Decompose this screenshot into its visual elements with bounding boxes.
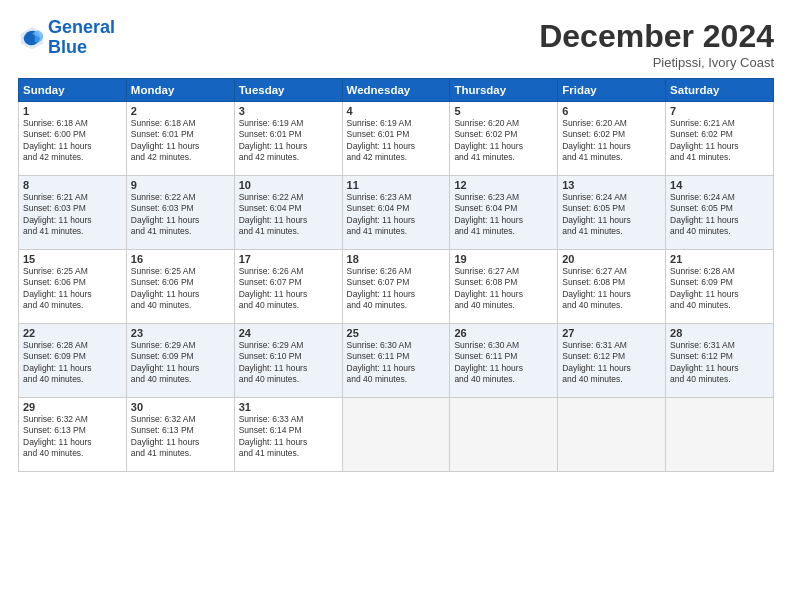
day-cell-10: 10Sunrise: 6:22 AM Sunset: 6:04 PM Dayli… xyxy=(234,176,342,250)
day-cell-27: 27Sunrise: 6:31 AM Sunset: 6:12 PM Dayli… xyxy=(558,324,666,398)
day-info: Sunrise: 6:21 AM Sunset: 6:03 PM Dayligh… xyxy=(23,192,122,238)
day-cell-28: 28Sunrise: 6:31 AM Sunset: 6:12 PM Dayli… xyxy=(666,324,774,398)
day-cell-24: 24Sunrise: 6:29 AM Sunset: 6:10 PM Dayli… xyxy=(234,324,342,398)
day-info: Sunrise: 6:29 AM Sunset: 6:09 PM Dayligh… xyxy=(131,340,230,386)
empty-cell xyxy=(558,398,666,472)
day-number: 4 xyxy=(347,105,446,117)
day-info: Sunrise: 6:18 AM Sunset: 6:01 PM Dayligh… xyxy=(131,118,230,164)
day-cell-1: 1Sunrise: 6:18 AM Sunset: 6:00 PM Daylig… xyxy=(19,102,127,176)
day-number: 26 xyxy=(454,327,553,339)
day-info: Sunrise: 6:25 AM Sunset: 6:06 PM Dayligh… xyxy=(131,266,230,312)
day-cell-11: 11Sunrise: 6:23 AM Sunset: 6:04 PM Dayli… xyxy=(342,176,450,250)
week-row-2: 8Sunrise: 6:21 AM Sunset: 6:03 PM Daylig… xyxy=(19,176,774,250)
col-header-saturday: Saturday xyxy=(666,79,774,102)
logo-icon xyxy=(18,24,46,52)
day-info: Sunrise: 6:20 AM Sunset: 6:02 PM Dayligh… xyxy=(562,118,661,164)
day-cell-9: 9Sunrise: 6:22 AM Sunset: 6:03 PM Daylig… xyxy=(126,176,234,250)
day-cell-6: 6Sunrise: 6:20 AM Sunset: 6:02 PM Daylig… xyxy=(558,102,666,176)
col-header-wednesday: Wednesday xyxy=(342,79,450,102)
day-cell-16: 16Sunrise: 6:25 AM Sunset: 6:06 PM Dayli… xyxy=(126,250,234,324)
day-cell-18: 18Sunrise: 6:26 AM Sunset: 6:07 PM Dayli… xyxy=(342,250,450,324)
day-info: Sunrise: 6:18 AM Sunset: 6:00 PM Dayligh… xyxy=(23,118,122,164)
title-block: December 2024 Pietipssi, Ivory Coast xyxy=(539,18,774,70)
day-cell-20: 20Sunrise: 6:27 AM Sunset: 6:08 PM Dayli… xyxy=(558,250,666,324)
day-info: Sunrise: 6:29 AM Sunset: 6:10 PM Dayligh… xyxy=(239,340,338,386)
page: General Blue December 2024 Pietipssi, Iv… xyxy=(0,0,792,612)
day-cell-21: 21Sunrise: 6:28 AM Sunset: 6:09 PM Dayli… xyxy=(666,250,774,324)
day-cell-31: 31Sunrise: 6:33 AM Sunset: 6:14 PM Dayli… xyxy=(234,398,342,472)
day-number: 11 xyxy=(347,179,446,191)
day-cell-29: 29Sunrise: 6:32 AM Sunset: 6:13 PM Dayli… xyxy=(19,398,127,472)
day-info: Sunrise: 6:22 AM Sunset: 6:03 PM Dayligh… xyxy=(131,192,230,238)
day-info: Sunrise: 6:22 AM Sunset: 6:04 PM Dayligh… xyxy=(239,192,338,238)
col-header-monday: Monday xyxy=(126,79,234,102)
day-number: 19 xyxy=(454,253,553,265)
day-info: Sunrise: 6:19 AM Sunset: 6:01 PM Dayligh… xyxy=(239,118,338,164)
day-cell-2: 2Sunrise: 6:18 AM Sunset: 6:01 PM Daylig… xyxy=(126,102,234,176)
day-number: 2 xyxy=(131,105,230,117)
col-header-sunday: Sunday xyxy=(19,79,127,102)
day-cell-7: 7Sunrise: 6:21 AM Sunset: 6:02 PM Daylig… xyxy=(666,102,774,176)
day-info: Sunrise: 6:24 AM Sunset: 6:05 PM Dayligh… xyxy=(670,192,769,238)
day-info: Sunrise: 6:23 AM Sunset: 6:04 PM Dayligh… xyxy=(347,192,446,238)
logo: General Blue xyxy=(18,18,115,58)
day-cell-12: 12Sunrise: 6:23 AM Sunset: 6:04 PM Dayli… xyxy=(450,176,558,250)
day-number: 15 xyxy=(23,253,122,265)
day-info: Sunrise: 6:24 AM Sunset: 6:05 PM Dayligh… xyxy=(562,192,661,238)
day-number: 17 xyxy=(239,253,338,265)
day-info: Sunrise: 6:28 AM Sunset: 6:09 PM Dayligh… xyxy=(23,340,122,386)
day-info: Sunrise: 6:25 AM Sunset: 6:06 PM Dayligh… xyxy=(23,266,122,312)
header-row: SundayMondayTuesdayWednesdayThursdayFrid… xyxy=(19,79,774,102)
day-number: 1 xyxy=(23,105,122,117)
logo-brand: General Blue xyxy=(48,18,115,58)
day-number: 21 xyxy=(670,253,769,265)
empty-cell xyxy=(342,398,450,472)
day-number: 9 xyxy=(131,179,230,191)
location: Pietipssi, Ivory Coast xyxy=(539,55,774,70)
header: General Blue December 2024 Pietipssi, Iv… xyxy=(18,18,774,70)
empty-cell xyxy=(666,398,774,472)
col-header-tuesday: Tuesday xyxy=(234,79,342,102)
day-number: 25 xyxy=(347,327,446,339)
day-number: 3 xyxy=(239,105,338,117)
day-number: 7 xyxy=(670,105,769,117)
day-number: 31 xyxy=(239,401,338,413)
day-number: 24 xyxy=(239,327,338,339)
col-header-thursday: Thursday xyxy=(450,79,558,102)
day-cell-19: 19Sunrise: 6:27 AM Sunset: 6:08 PM Dayli… xyxy=(450,250,558,324)
day-number: 18 xyxy=(347,253,446,265)
week-row-4: 22Sunrise: 6:28 AM Sunset: 6:09 PM Dayli… xyxy=(19,324,774,398)
day-info: Sunrise: 6:26 AM Sunset: 6:07 PM Dayligh… xyxy=(347,266,446,312)
day-info: Sunrise: 6:31 AM Sunset: 6:12 PM Dayligh… xyxy=(562,340,661,386)
day-cell-22: 22Sunrise: 6:28 AM Sunset: 6:09 PM Dayli… xyxy=(19,324,127,398)
month-title: December 2024 xyxy=(539,18,774,55)
day-number: 20 xyxy=(562,253,661,265)
day-number: 13 xyxy=(562,179,661,191)
day-info: Sunrise: 6:23 AM Sunset: 6:04 PM Dayligh… xyxy=(454,192,553,238)
day-info: Sunrise: 6:31 AM Sunset: 6:12 PM Dayligh… xyxy=(670,340,769,386)
day-info: Sunrise: 6:19 AM Sunset: 6:01 PM Dayligh… xyxy=(347,118,446,164)
day-number: 16 xyxy=(131,253,230,265)
day-cell-30: 30Sunrise: 6:32 AM Sunset: 6:13 PM Dayli… xyxy=(126,398,234,472)
day-number: 10 xyxy=(239,179,338,191)
day-number: 22 xyxy=(23,327,122,339)
day-info: Sunrise: 6:27 AM Sunset: 6:08 PM Dayligh… xyxy=(562,266,661,312)
day-number: 27 xyxy=(562,327,661,339)
week-row-1: 1Sunrise: 6:18 AM Sunset: 6:00 PM Daylig… xyxy=(19,102,774,176)
day-info: Sunrise: 6:27 AM Sunset: 6:08 PM Dayligh… xyxy=(454,266,553,312)
day-cell-3: 3Sunrise: 6:19 AM Sunset: 6:01 PM Daylig… xyxy=(234,102,342,176)
col-header-friday: Friday xyxy=(558,79,666,102)
calendar-table: SundayMondayTuesdayWednesdayThursdayFrid… xyxy=(18,78,774,472)
day-cell-13: 13Sunrise: 6:24 AM Sunset: 6:05 PM Dayli… xyxy=(558,176,666,250)
day-cell-23: 23Sunrise: 6:29 AM Sunset: 6:09 PM Dayli… xyxy=(126,324,234,398)
day-info: Sunrise: 6:32 AM Sunset: 6:13 PM Dayligh… xyxy=(131,414,230,460)
day-cell-17: 17Sunrise: 6:26 AM Sunset: 6:07 PM Dayli… xyxy=(234,250,342,324)
week-row-3: 15Sunrise: 6:25 AM Sunset: 6:06 PM Dayli… xyxy=(19,250,774,324)
day-info: Sunrise: 6:26 AM Sunset: 6:07 PM Dayligh… xyxy=(239,266,338,312)
day-info: Sunrise: 6:20 AM Sunset: 6:02 PM Dayligh… xyxy=(454,118,553,164)
day-cell-25: 25Sunrise: 6:30 AM Sunset: 6:11 PM Dayli… xyxy=(342,324,450,398)
day-cell-8: 8Sunrise: 6:21 AM Sunset: 6:03 PM Daylig… xyxy=(19,176,127,250)
day-number: 12 xyxy=(454,179,553,191)
day-cell-26: 26Sunrise: 6:30 AM Sunset: 6:11 PM Dayli… xyxy=(450,324,558,398)
day-number: 8 xyxy=(23,179,122,191)
